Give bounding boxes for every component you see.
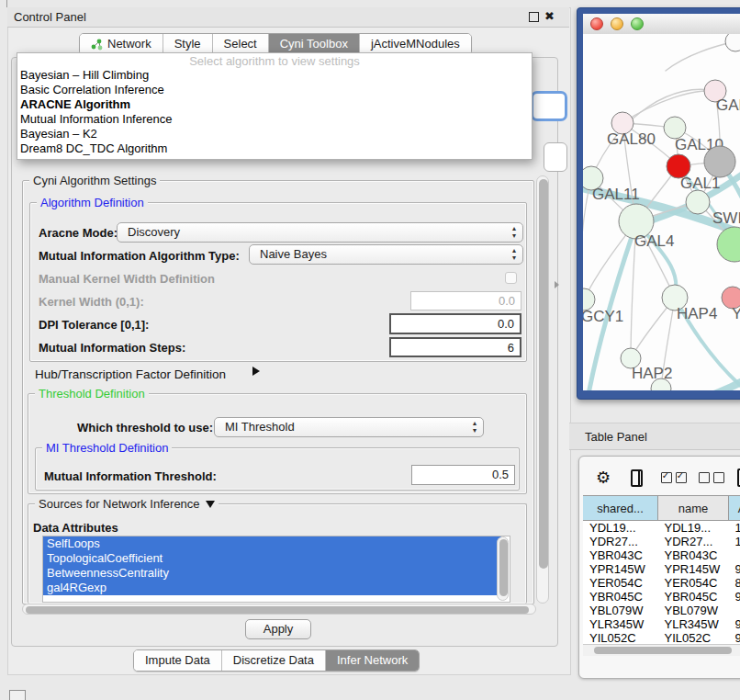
- dropdown-item-bayesian-k2[interactable]: Bayesian – K2: [17, 127, 532, 141]
- minimize-traffic-light-icon[interactable]: [611, 17, 623, 30]
- kernel-width-label: Kernel Width (0,1):: [39, 295, 144, 309]
- bottom-tab-impute-data[interactable]: Impute Data: [134, 650, 222, 671]
- column-header-name[interactable]: name: [658, 496, 729, 521]
- dropdown-item-dream8-dc-tdc-algorithm[interactable]: Dream8 DC_TDC Algorithm: [17, 141, 532, 156]
- combo-arrows-icon: ▴▾: [512, 225, 516, 240]
- network-canvas[interactable]: GALGAL80GAL10GAL1GAL11SWI4GAL4HAP4YGCY1H…: [583, 34, 740, 390]
- table-panel-title: Table Panel: [585, 430, 647, 444]
- table-row[interactable]: YDL19...YDL19...13: [583, 521, 740, 536]
- tab-jactivemnodules[interactable]: jActiveMNodules: [360, 34, 471, 54]
- table-row[interactable]: YPR145WYPR145W9.: [583, 562, 740, 576]
- table-cell: [729, 604, 740, 617]
- combo-arrows-icon: ▴▾: [512, 247, 516, 262]
- dropdown-item-bayesian-hill-climbing[interactable]: Bayesian – Hill Climbing: [17, 68, 532, 83]
- table-cell: YER054C: [658, 576, 729, 590]
- aracne-mode-combo[interactable]: Discovery ▴▾: [117, 222, 523, 243]
- dropdown-prompt: Select algorithm to view settings: [17, 54, 532, 68]
- tab-style[interactable]: Style: [163, 34, 213, 54]
- network-node-gal1[interactable]: [686, 190, 710, 214]
- table-toolbar: ⚙: [579, 464, 740, 491]
- bottom-tab-infer-network[interactable]: Infer Network: [326, 650, 419, 671]
- column-header-a[interactable]: A: [729, 496, 740, 521]
- column-header-shared[interactable]: shared...: [583, 496, 658, 521]
- table-cell: YIL052C: [583, 631, 658, 645]
- table-row[interactable]: YDR27...YDR27...12: [583, 535, 740, 548]
- table-row[interactable]: YLR345WYLR345W9.: [583, 617, 740, 631]
- dropdown-item-basic-correlation-inference[interactable]: Basic Correlation Inference: [17, 83, 532, 97]
- attribute-item-topologicalcoefficient[interactable]: TopologicalCoefficient: [43, 551, 501, 566]
- table-cell: YPR145W: [583, 562, 658, 576]
- bottom-tab-impute-data-label: Impute Data: [145, 650, 210, 671]
- network-node[interactable]: [725, 34, 740, 51]
- table-row[interactable]: YBR045CYBR045C9.: [583, 590, 740, 604]
- table-cell: YIL052C: [658, 631, 729, 645]
- node-label-gal: GAL: [716, 96, 740, 114]
- unchecked-checkbox-icon[interactable]: [713, 472, 724, 483]
- table-cell: YBL079W: [658, 604, 729, 617]
- mi-type-combo[interactable]: Naive Bayes ▴▾: [249, 244, 523, 265]
- zoom-traffic-light-icon[interactable]: [631, 17, 644, 30]
- which-threshold-combo[interactable]: MI Threshold ▴▾: [214, 417, 484, 437]
- table-cell: 9.: [729, 562, 740, 576]
- bottom-tab-discretize-data[interactable]: Discretize Data: [222, 650, 326, 671]
- close-icon[interactable]: ✖: [544, 10, 555, 23]
- cyni-settings-title: Cyni Algorithm Settings: [29, 174, 160, 187]
- tab-select-label: Select: [224, 34, 257, 54]
- manual-kernel-checkbox[interactable]: [505, 272, 517, 284]
- tab-cyni-toolbox[interactable]: Cyni Toolbox: [269, 34, 360, 54]
- splitpane-collapse-icon[interactable]: [555, 281, 559, 288]
- mi-type-label: Mutual Information Algorithm Type:: [39, 249, 240, 263]
- bottom-tab-infer-network-label: Infer Network: [337, 650, 408, 671]
- table-panel-titlebar: Table Panel: [569, 423, 740, 450]
- float-window-icon[interactable]: [529, 12, 539, 22]
- table-horizontal-scrollbar[interactable]: [583, 644, 740, 656]
- checked-checkbox-icon[interactable]: [676, 472, 687, 483]
- tab-style-label: Style: [174, 34, 201, 54]
- network-edge: [583, 178, 591, 299]
- table-cell: 8.: [729, 576, 740, 590]
- unchecked-checkbox-icon[interactable]: [699, 472, 710, 483]
- hidden-combo-fragment: [544, 142, 567, 172]
- gear-icon[interactable]: ⚙: [596, 469, 611, 486]
- algorithm-dropdown-list[interactable]: Select algorithm to view settings Bayesi…: [17, 52, 533, 160]
- tab-select[interactable]: Select: [213, 34, 269, 54]
- table-cell: YBR043C: [583, 548, 658, 562]
- attribute-item-selfloops[interactable]: SelfLoops: [43, 536, 501, 551]
- table-row[interactable]: YBL079WYBL079W: [583, 604, 740, 617]
- bottom-tab-bar: Impute DataDiscretize DataInfer Network: [133, 649, 420, 672]
- dropdown-item-mutual-information-inference[interactable]: Mutual Information Inference: [17, 112, 532, 127]
- table-row[interactable]: YIL052CYIL052C9: [583, 631, 740, 645]
- table-cell: YLR345W: [658, 617, 729, 631]
- dpi-tolerance-field[interactable]: 0.0: [389, 313, 521, 334]
- dropdown-item-aracne-algorithm[interactable]: ARACNE Algorithm: [17, 97, 532, 112]
- settings-vertical-scrollbar[interactable]: [536, 175, 549, 604]
- ruler-tick: [6, 0, 7, 7]
- table-row[interactable]: YER054CYER054C8.: [583, 576, 740, 590]
- mi-steps-field[interactable]: 6: [389, 337, 521, 357]
- hub-expand-icon[interactable]: [252, 367, 260, 376]
- network-node[interactable]: [704, 146, 735, 177]
- kernel-width-field[interactable]: 0.0: [410, 291, 521, 310]
- split-columns-icon[interactable]: [631, 469, 643, 487]
- table-row[interactable]: YBR043CYBR043C: [583, 548, 740, 562]
- node-attribute-table[interactable]: shared...nameA YDL19...YDL19...13YDR27..…: [583, 495, 740, 645]
- which-threshold-value: MI Threshold: [215, 418, 483, 436]
- network-window-titlebar[interactable]: [583, 14, 740, 35]
- settings-horizontal-scrollbar[interactable]: [22, 604, 536, 615]
- network-tab-icon: [91, 39, 103, 51]
- mi-threshold-field[interactable]: 0.5: [411, 465, 515, 485]
- tab-network[interactable]: Network: [80, 34, 163, 54]
- sources-collapse-icon[interactable]: [206, 501, 215, 508]
- close-traffic-light-icon[interactable]: [590, 17, 603, 30]
- checked-checkbox-icon[interactable]: [661, 472, 672, 483]
- data-attributes-list[interactable]: SelfLoopsTopologicalCoefficientBetweenne…: [42, 536, 510, 603]
- dpi-tolerance-label: DPI Tolerance [0,1]:: [39, 318, 149, 332]
- apply-button[interactable]: Apply: [245, 619, 311, 639]
- minimized-panel-icon[interactable]: [9, 690, 26, 700]
- attribute-item-gal4rgexp[interactable]: gal4RGexp: [43, 581, 501, 595]
- attribute-item-betweennesscentrality[interactable]: BetweennessCentrality: [43, 566, 501, 581]
- network-node-swi4[interactable]: [717, 227, 740, 262]
- hub-section-label[interactable]: Hub/Transcription Factor Definition: [35, 367, 226, 381]
- attribute-list-scrollbar[interactable]: [497, 536, 509, 601]
- data-attributes-label: Data Attributes: [33, 521, 118, 535]
